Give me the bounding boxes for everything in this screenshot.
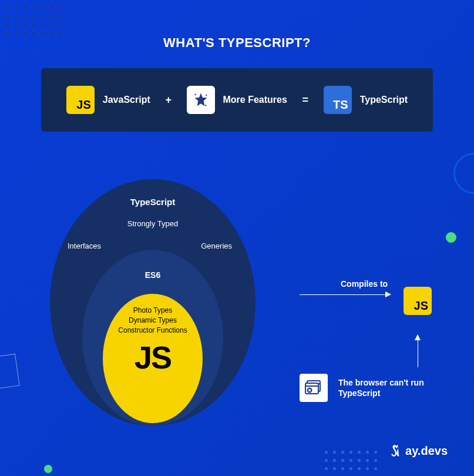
svg-point-2 <box>205 105 206 106</box>
ts-icon: TS <box>324 86 352 114</box>
logo-text: ay.devs <box>405 444 448 458</box>
arrow-up-icon <box>418 335 418 367</box>
dots-decoration-tl <box>6 6 62 35</box>
venn-strongly-typed: Strongly Typed <box>50 219 256 228</box>
browser-text: The browser can't run TypeScript <box>338 377 426 398</box>
decoration-square <box>0 354 20 390</box>
decoration-arc <box>453 153 474 194</box>
js-icon: JS <box>66 86 95 114</box>
equation-panel: JS JavaScript + More Features = TS TypeS… <box>41 68 433 132</box>
jaydevs-logo: ay.devs <box>389 443 448 458</box>
venn-inner-line2: Dynamic Types <box>103 316 203 324</box>
svg-point-0 <box>194 94 196 95</box>
venn-inner-js: Photo Types Dynamic Types Constructor Fu… <box>103 294 203 423</box>
venn-diagram: Photo Types Dynamic Types Constructor Fu… <box>50 179 256 426</box>
venn-ts-title: TypeScript <box>50 197 256 207</box>
svg-rect-5 <box>305 383 318 394</box>
svg-point-1 <box>206 95 207 96</box>
venn-inner-line3: Constructor Functions <box>103 326 203 334</box>
arrow-right-icon <box>300 294 391 295</box>
equals-operator: = <box>302 94 309 106</box>
plus-operator: + <box>165 94 172 106</box>
browser-error-icon <box>300 374 328 402</box>
equation-features-label: More Features <box>223 95 287 105</box>
star-icon <box>187 86 215 114</box>
dots-decoration-br <box>325 451 377 470</box>
decoration-green-dot-1 <box>446 232 456 243</box>
equation-ts: TS TypeScript <box>324 86 408 114</box>
compiles-label: Compiles to <box>341 279 391 289</box>
venn-inner-js-big: JS <box>103 339 203 376</box>
compiles-block: Compiles to <box>300 279 391 295</box>
page-title: WHAT'S TYPESCRIPT? <box>0 35 474 51</box>
equation-js-label: JavaScript <box>103 95 150 105</box>
equation-js: JS JavaScript <box>66 86 150 114</box>
decoration-green-dot-2 <box>44 465 52 473</box>
venn-generics: Generies <box>201 242 232 250</box>
venn-interfaces: Interfaces <box>68 242 101 250</box>
venn-inner-line1: Photo Types <box>103 306 203 314</box>
equation-ts-label: TypeScript <box>360 95 408 105</box>
equation-features: More Features <box>187 86 287 114</box>
js-target-icon: JS <box>404 287 432 315</box>
venn-es6-title: ES6 <box>50 270 256 280</box>
browser-block: The browser can't run TypeScript <box>300 374 426 402</box>
